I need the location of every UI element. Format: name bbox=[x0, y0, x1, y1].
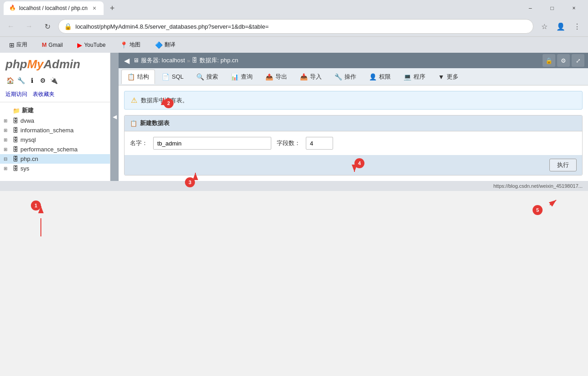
tab-structure[interactable]: 📋 结构 bbox=[121, 70, 155, 84]
fields-label: 字段数： bbox=[277, 139, 300, 147]
bookmark-translate[interactable]: 🔷 翻译 bbox=[151, 39, 179, 50]
tab-privileges[interactable]: 👤 权限 bbox=[363, 70, 397, 84]
table-name-input[interactable] bbox=[153, 137, 271, 150]
maps-icon: 📍 bbox=[120, 41, 128, 49]
tab-more[interactable]: ▼ 更多 bbox=[432, 70, 464, 84]
operations-tab-icon: 🔧 bbox=[334, 73, 342, 80]
menu-button[interactable]: ⋮ bbox=[570, 19, 584, 34]
tree-label-dvwa: dvwa bbox=[20, 117, 34, 124]
close-button[interactable]: × bbox=[563, 1, 584, 15]
bookmark-gmail[interactable]: M Gmail bbox=[38, 40, 66, 50]
settings-topbar-icon[interactable]: ⚙ bbox=[557, 54, 570, 67]
annotation-3: 3 bbox=[185, 177, 195, 187]
address-bar-row: ← → ↻ 🔒 localhost/phpMyAdmin4.8.5/server… bbox=[0, 16, 588, 36]
forward-button[interactable]: → bbox=[22, 19, 36, 34]
plugin-icon[interactable]: 🔌 bbox=[49, 76, 58, 85]
import-tab-label: 导入 bbox=[310, 73, 322, 81]
breadcrumb-db: 🗄 数据库: php.cn bbox=[192, 56, 238, 65]
lock-icon[interactable]: 🔒 bbox=[543, 54, 555, 67]
tab-search[interactable]: 🔍 搜索 bbox=[190, 70, 224, 84]
url-text: localhost/phpMyAdmin4.8.5/server_databas… bbox=[75, 23, 528, 30]
status-url: https://blog.csdn.net/weixin_45198017... bbox=[493, 183, 583, 189]
settings-icon[interactable]: 🔧 bbox=[16, 76, 25, 85]
information-schema-icon: 🗄 bbox=[13, 127, 19, 134]
bookmark-translate-label: 翻译 bbox=[164, 41, 175, 49]
config-icon[interactable]: ⚙ bbox=[38, 76, 47, 85]
new-table-footer: 执行 bbox=[125, 155, 582, 175]
youtube-icon: ▶ bbox=[77, 41, 82, 49]
php-cn-icon: 🗄 bbox=[13, 155, 19, 162]
tree-item-performance-schema[interactable]: ⊞ 🗄 performance_schema bbox=[0, 145, 110, 154]
tree-item-dvwa[interactable]: ⊞ 🗄 dvwa bbox=[0, 116, 110, 125]
more-tab-icon: ▼ bbox=[438, 73, 444, 80]
browser-tab[interactable]: 🔥 localhost / localhost / php.cn × bbox=[4, 1, 104, 15]
tree-item-sys[interactable]: ⊞ 🗄 sys bbox=[0, 164, 110, 173]
title-bar: 🔥 localhost / localhost / php.cn × + – □… bbox=[0, 0, 588, 16]
annotation-5: 5 bbox=[533, 205, 543, 215]
sys-icon: 🗄 bbox=[13, 165, 19, 172]
bookmark-apps[interactable]: ⊞ 应用 bbox=[5, 39, 31, 50]
bookmark-gmail-label: Gmail bbox=[49, 42, 63, 48]
breadcrumb: 🖥 服务器: localhost » 🗄 数据库: php.cn bbox=[133, 56, 238, 65]
info-icon[interactable]: ℹ bbox=[27, 76, 36, 85]
home-icon[interactable]: 🏠 bbox=[5, 76, 15, 85]
tab-routines[interactable]: 💻 程序 bbox=[398, 70, 431, 84]
sql-tab-icon: 📄 bbox=[162, 73, 169, 80]
star-button[interactable]: ☆ bbox=[537, 19, 552, 34]
sidebar-collapse-button[interactable]: ◀ bbox=[110, 53, 119, 181]
tab-bar: 📋 结构 📄 SQL 🔍 搜索 📊 查询 📤 导出 bbox=[119, 68, 588, 85]
sidebar-nav: 近期访问 表收藏夹 bbox=[0, 89, 110, 102]
operations-tab-label: 操作 bbox=[344, 73, 356, 81]
execute-button[interactable]: 执行 bbox=[549, 159, 577, 171]
new-table-header-label: 新建数据表 bbox=[140, 119, 169, 127]
tab-title: localhost / localhost / php.cn bbox=[19, 5, 88, 11]
tree-toggle-sys: ⊞ bbox=[4, 166, 11, 171]
routines-tab-icon: 💻 bbox=[404, 73, 411, 80]
import-tab-icon: 📥 bbox=[300, 73, 308, 80]
sidebar-tree: 📁 新建 ⊞ 🗄 dvwa ⊞ 🗄 information_schema ⊞ 🗄… bbox=[0, 102, 110, 181]
tree-item-new[interactable]: 📁 新建 bbox=[0, 105, 110, 116]
maximize-button[interactable]: □ bbox=[542, 1, 563, 15]
tab-export[interactable]: 📤 导出 bbox=[259, 70, 293, 84]
recent-link[interactable]: 近期访问 bbox=[5, 90, 27, 98]
tab-sql[interactable]: 📄 SQL bbox=[156, 70, 189, 84]
tree-label-information-schema: information_schema bbox=[20, 127, 74, 134]
back-arrow-icon[interactable]: ◀ bbox=[122, 55, 131, 67]
bookmark-apps-label: 应用 bbox=[16, 41, 27, 49]
gmail-icon: M bbox=[42, 41, 47, 48]
bookmark-youtube-label: YouTube bbox=[84, 42, 105, 48]
tree-item-information-schema[interactable]: ⊞ 🗄 information_schema bbox=[0, 125, 110, 135]
tab-close-button[interactable]: × bbox=[91, 4, 98, 13]
toolbar-right: ☆ 👤 ⋮ bbox=[537, 19, 584, 34]
bookmark-maps[interactable]: 📍 地图 bbox=[116, 39, 144, 50]
sidebar: phpMyAdmin 🏠 🔧 ℹ ⚙ 🔌 近期访问 表收藏夹 📁 新建 bbox=[0, 53, 110, 181]
back-button[interactable]: ← bbox=[4, 19, 18, 34]
new-table-body: 名字： 字段数： bbox=[125, 131, 582, 155]
new-tab-button[interactable]: + bbox=[105, 1, 119, 15]
expand-icon[interactable]: ⤢ bbox=[572, 54, 584, 67]
tree-label-sys: sys bbox=[20, 165, 30, 172]
tree-toggle-dvwa: ⊞ bbox=[4, 118, 11, 123]
refresh-button[interactable]: ↻ bbox=[40, 19, 55, 34]
privileges-tab-label: 权限 bbox=[379, 73, 391, 81]
favorites-link[interactable]: 表收藏夹 bbox=[33, 90, 55, 98]
annotation-4: 4 bbox=[354, 158, 364, 168]
minimize-button[interactable]: – bbox=[520, 1, 541, 15]
profile-button[interactable]: 👤 bbox=[553, 19, 568, 34]
fields-count-input[interactable] bbox=[306, 137, 333, 150]
tab-operations[interactable]: 🔧 操作 bbox=[329, 70, 362, 84]
address-bar[interactable]: 🔒 localhost/phpMyAdmin4.8.5/server_datab… bbox=[58, 19, 533, 34]
query-tab-label: 查询 bbox=[241, 73, 253, 81]
tab-query[interactable]: 📊 查询 bbox=[225, 70, 259, 84]
new-db-icon: 📁 bbox=[13, 107, 20, 114]
tree-item-mysql[interactable]: ⊞ 🗄 mysql bbox=[0, 135, 110, 145]
tab-favicon: 🔥 bbox=[9, 5, 16, 12]
tree-toggle-php-cn: ⊟ bbox=[4, 156, 11, 161]
tab-import[interactable]: 📥 导入 bbox=[294, 70, 328, 84]
tree-toggle-mysql: ⊞ bbox=[4, 137, 11, 142]
bookmark-youtube[interactable]: ▶ YouTube bbox=[74, 40, 109, 50]
pma-logo: phpMyAdmin bbox=[0, 53, 110, 74]
structure-tab-icon: 📋 bbox=[127, 73, 135, 80]
main-topbar: ◀ 🖥 服务器: localhost » 🗄 数据库: php.cn 🔒 ⚙ ⤢ bbox=[119, 53, 588, 68]
tree-item-php-cn[interactable]: ⊟ 🗄 php.cn bbox=[0, 154, 110, 164]
